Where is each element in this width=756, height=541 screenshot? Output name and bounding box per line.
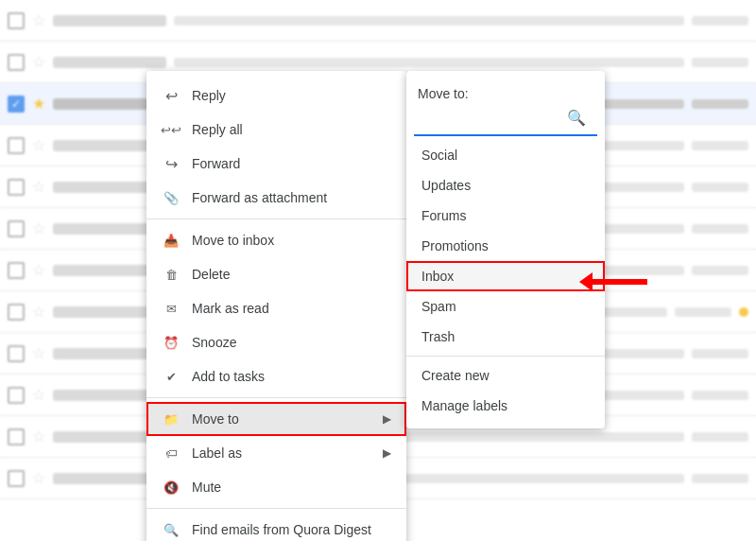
submenu-item-social[interactable]: Social [406,140,605,170]
menu-label-delete: Delete [192,267,391,282]
inbox-icon: 📥 [162,231,180,250]
menu-label-forward: Forward [192,156,391,171]
search-icon: 🔍 [162,520,180,539]
move-to-submenu: Move to: 🔍 Social Updates Forums Promoti… [406,71,605,428]
submenu-search-input[interactable] [425,111,563,126]
menu-label-mute: Mute [192,480,391,495]
menu-item-reply[interactable]: ↩ Reply [146,79,406,113]
menu-label-move-to: Move to [192,411,371,427]
attachment-icon: 📎 [162,188,180,207]
divider [146,397,406,398]
divider [146,218,406,219]
menu-item-mark-read[interactable]: ✉ Mark as read [146,291,406,325]
folder-icon: 📁 [162,410,180,428]
menu-item-move-inbox[interactable]: 📥 Move to inbox [146,223,406,257]
context-menu: ↩ Reply ↩↩ Reply all ↪ Forward 📎 Forward… [146,71,406,541]
snooze-icon: ⏰ [162,333,180,352]
menu-item-forward-attachment[interactable]: 📎 Forward as attachment [146,181,406,215]
red-arrow-indicator [591,279,647,285]
submenu-item-create-new[interactable]: Create new [406,360,605,391]
red-arrow-body [591,279,647,285]
label-icon: 🏷 [162,444,180,462]
menu-label-snooze: Snooze [192,335,391,350]
menu-item-find-emails[interactable]: 🔍 Find emails from Quora Digest [146,513,406,541]
mark-read-icon: ✉ [162,299,180,318]
menu-item-label-as[interactable]: 🏷 Label as ▶ [146,436,406,470]
submenu-item-trash[interactable]: Trash [406,322,605,352]
menu-label-reply-all: Reply all [192,122,391,137]
menu-label-forward-attachment: Forward as attachment [192,190,391,205]
submenu-arrow-icon: ▶ [383,446,391,460]
submenu-item-promotions[interactable]: Promotions [406,231,605,261]
menu-label-reply: Reply [192,88,391,103]
menu-item-delete[interactable]: 🗑 Delete [146,257,406,291]
menu-item-reply-all[interactable]: ↩↩ Reply all [146,113,406,147]
submenu-title: Move to: [406,79,605,105]
submenu-search-container: 🔍 [414,105,597,136]
menu-label-move-inbox: Move to inbox [192,233,391,248]
submenu-item-forums[interactable]: Forums [406,201,605,231]
menu-item-mute[interactable]: 🔇 Mute [146,470,406,504]
forward-icon: ↪ [162,154,180,173]
menu-label-add-tasks: Add to tasks [192,369,391,384]
submenu-item-spam[interactable]: Spam [406,291,605,322]
submenu-item-updates[interactable]: Updates [406,170,605,201]
submenu-divider [406,356,605,357]
submenu-item-inbox[interactable]: Inbox [406,261,605,291]
submenu-item-manage-labels[interactable]: Manage labels [406,391,605,421]
menu-item-snooze[interactable]: ⏰ Snooze [146,325,406,359]
menu-label-label-as: Label as [192,445,371,461]
tasks-icon: ✔ [162,367,180,386]
reply-all-icon: ↩↩ [162,120,180,139]
menu-item-add-tasks[interactable]: ✔ Add to tasks [146,359,406,393]
menu-item-forward[interactable]: ↪ Forward [146,147,406,181]
menu-label-find-emails: Find emails from Quora Digest [192,522,391,537]
submenu-arrow-icon: ▶ [383,412,391,426]
menu-item-move-to[interactable]: 📁 Move to ▶ [146,402,406,436]
mute-icon: 🔇 [162,478,180,497]
search-icon: 🔍 [567,109,586,127]
divider [146,508,406,509]
delete-icon: 🗑 [162,265,180,284]
menu-label-mark-read: Mark as read [192,301,391,316]
reply-icon: ↩ [162,86,180,105]
